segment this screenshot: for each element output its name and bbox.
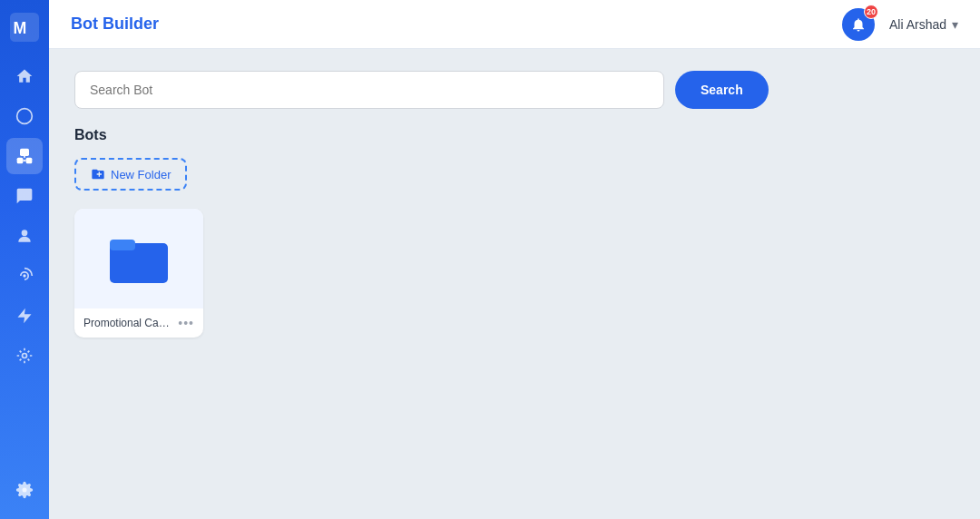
svg-point-8 — [22, 230, 28, 236]
search-button[interactable]: Search — [675, 71, 769, 109]
sidebar-item-contacts[interactable] — [6, 218, 43, 254]
new-folder-label: New Folder — [111, 168, 171, 181]
header-right: 20 Ali Arshad ▾ — [842, 8, 958, 41]
sidebar-item-broadcast[interactable] — [6, 258, 43, 294]
sidebar-item-analytics[interactable] — [6, 98, 43, 134]
bots-grid: Promotional Campa... ••• — [74, 209, 955, 338]
page-title: Bot Builder — [71, 15, 842, 34]
sidebar-item-bot-builder[interactable] — [6, 138, 43, 174]
svg-rect-4 — [17, 158, 24, 164]
user-name: Ali Arshad — [889, 17, 946, 32]
notification-badge: 20 — [864, 5, 878, 19]
section-title: Bots — [74, 127, 955, 143]
header: Bot Builder 20 Ali Arshad ▾ — [49, 0, 980, 49]
search-bar: Search — [74, 71, 955, 109]
bot-card-body — [74, 209, 203, 308]
bot-card[interactable]: Promotional Campa... ••• — [74, 209, 203, 338]
svg-text:M: M — [14, 19, 27, 37]
new-folder-button[interactable]: New Folder — [74, 158, 187, 191]
chevron-down-icon: ▾ — [952, 17, 958, 32]
sidebar-item-ai[interactable] — [6, 338, 43, 374]
content-area: Search Bots New Folder Promotional Campa… — [49, 49, 980, 519]
svg-point-10 — [23, 354, 27, 358]
user-menu[interactable]: Ali Arshad ▾ — [889, 17, 958, 32]
sidebar-item-chat[interactable] — [6, 178, 43, 214]
sidebar-item-automation[interactable] — [6, 298, 43, 334]
svg-rect-3 — [20, 149, 29, 156]
main-area: Bot Builder 20 Ali Arshad ▾ Search Bots … — [49, 0, 980, 519]
app-logo: M — [8, 11, 41, 44]
sidebar-item-home[interactable] — [6, 58, 43, 94]
bot-card-menu-icon[interactable]: ••• — [178, 316, 194, 330]
notification-button[interactable]: 20 — [842, 8, 875, 41]
svg-rect-12 — [110, 240, 135, 250]
svg-point-9 — [24, 275, 25, 277]
svg-rect-5 — [26, 158, 33, 164]
sidebar-item-settings[interactable] — [6, 472, 43, 508]
bot-card-name: Promotional Campa... — [83, 317, 178, 329]
bot-card-footer: Promotional Campa... ••• — [74, 308, 203, 338]
search-input[interactable] — [74, 71, 664, 109]
sidebar: M — [0, 0, 49, 519]
